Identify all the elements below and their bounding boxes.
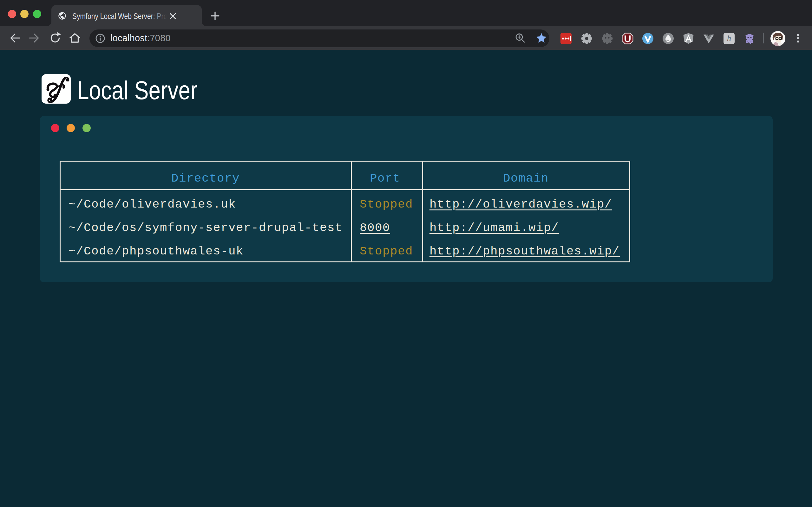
svg-text:h: h bbox=[727, 34, 731, 43]
